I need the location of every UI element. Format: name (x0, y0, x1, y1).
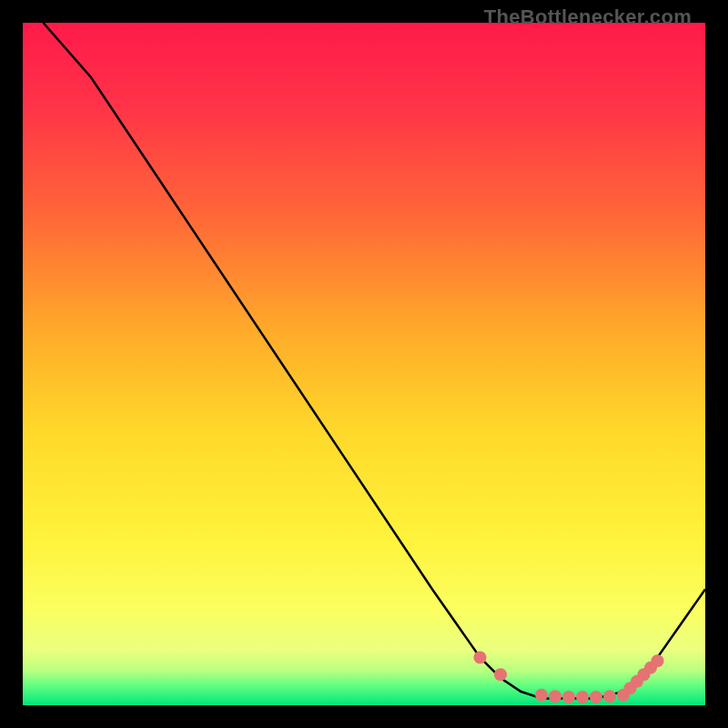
data-point-marker (590, 691, 602, 703)
chart-svg (23, 23, 705, 705)
gradient-background (23, 23, 705, 705)
watermark-text: TheBottlenecker.com (484, 5, 692, 29)
data-point-marker (494, 668, 507, 681)
data-point-marker (535, 689, 548, 702)
data-point-marker (562, 691, 575, 703)
data-point-marker (474, 652, 487, 664)
data-point-marker (652, 654, 664, 667)
data-point-marker (603, 690, 616, 703)
plot-area (23, 23, 705, 705)
data-point-marker (576, 691, 589, 703)
data-point-marker (549, 690, 561, 703)
chart-container: TheBottlenecker.com (0, 0, 728, 728)
